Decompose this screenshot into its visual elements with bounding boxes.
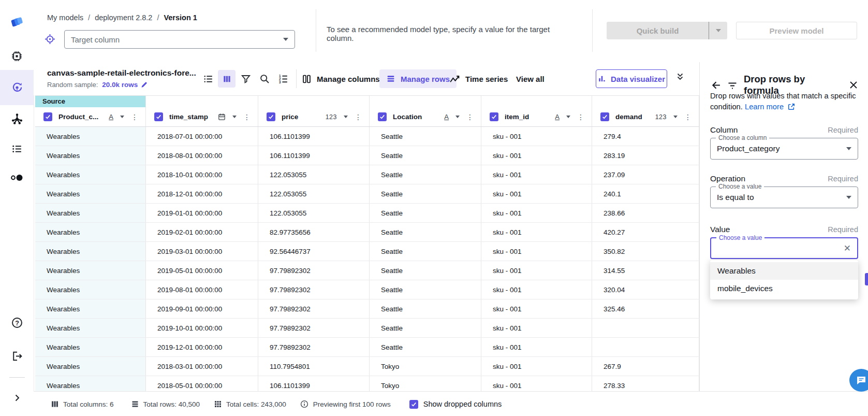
sidebar-item-compute[interactable] [0, 44, 34, 68]
table-cell: Wearables [35, 242, 146, 261]
column-header-price[interactable]: price 123⋮ [258, 107, 370, 126]
table-row: Wearables2019-08-01 00:00:0097.79892302S… [35, 280, 699, 299]
sidebar-item-logout[interactable] [0, 343, 34, 368]
chevron-down-icon [716, 29, 721, 32]
kebab-menu-icon[interactable]: ⋮ [684, 113, 692, 121]
manage-columns-button[interactable]: Manage columns [302, 71, 380, 87]
back-arrow-icon[interactable] [710, 80, 721, 91]
column-header-product-category[interactable]: Product_c... A⋮ [35, 107, 146, 126]
sample-size-link[interactable]: 20.0k rows [102, 81, 148, 89]
column-checkbox[interactable] [600, 112, 609, 121]
table-cell: 2019-05-01 00:00:00 [146, 261, 258, 280]
date-type-icon [218, 113, 226, 121]
footer-status-bar: Total columns: 6 Total rows: 40,500 Tota… [34, 391, 868, 416]
filter-button[interactable] [240, 73, 252, 84]
edit-pencil-icon [140, 81, 148, 89]
close-icon[interactable] [849, 80, 858, 90]
sidebar-item-help[interactable]: ? [0, 310, 34, 335]
kebab-menu-icon[interactable]: ⋮ [577, 113, 584, 121]
table-row: Wearables2019-10-01 00:00:0097.79892302S… [35, 319, 699, 338]
column-select[interactable]: Choose a column Product_category [710, 138, 858, 160]
breadcrumb-item[interactable]: My models [47, 13, 83, 22]
column-header-demand[interactable]: demand 123⋮ [592, 107, 699, 126]
column-checkbox[interactable] [490, 112, 498, 121]
table-cell: 97.79892302 [258, 338, 370, 356]
breadcrumb: My models/deployment 2.8.2/Version 1 [47, 13, 197, 22]
quick-build-button[interactable]: Quick build [607, 22, 727, 39]
sidebar: ? [0, 0, 34, 416]
sample-size-value: 20.0k rows [102, 81, 138, 89]
cells-grid-icon [214, 400, 222, 408]
ordered-list-button[interactable]: 123 [277, 73, 289, 84]
table-cell: Seattle [370, 261, 481, 280]
dropdown-option[interactable]: Wearables [710, 262, 858, 280]
chevron-down-icon[interactable] [566, 116, 570, 118]
table-cell: Seattle [370, 242, 481, 261]
data-visualizer-button[interactable]: Data visualizer [596, 69, 667, 88]
table-cell: 267.9 [592, 357, 699, 376]
clear-value-icon[interactable]: ✕ [844, 244, 851, 253]
text-type-icon: A [109, 113, 113, 121]
column-name: demand [615, 113, 642, 121]
view-all-label: View all [516, 75, 545, 83]
list-view-button[interactable] [202, 73, 214, 84]
column-header-item-id[interactable]: item_id A⋮ [481, 107, 592, 126]
table-cell: Seattle [370, 223, 481, 241]
chevron-down-icon[interactable] [673, 116, 678, 118]
table-cell: 2018-07-01 00:00:00 [146, 127, 258, 146]
chevron-down-icon[interactable] [232, 116, 237, 118]
chevron-down-icon[interactable] [455, 116, 460, 118]
column-checkbox[interactable] [378, 112, 387, 121]
list-icon [11, 143, 23, 155]
kebab-menu-icon[interactable]: ⋮ [355, 113, 362, 121]
sidebar-expand-button[interactable] [0, 385, 34, 410]
column-field-header: Column Required [710, 125, 858, 135]
strip-cell [258, 96, 370, 107]
table-cell: 97.79892302 [258, 280, 370, 299]
sidebar-item-deployments[interactable] [0, 165, 34, 190]
column-checkbox[interactable] [43, 112, 52, 121]
manage-columns-icon [302, 74, 312, 84]
breadcrumb-item[interactable]: deployment 2.8.2 [95, 13, 152, 22]
column-view-button-active[interactable] [218, 70, 236, 88]
table-cell: 2019-09-01 00:00:00 [146, 299, 258, 318]
quick-build-dropdown[interactable] [709, 22, 727, 39]
columns-grid-icon [51, 400, 58, 408]
column-header-time-stamp[interactable]: time_stamp ⋮ [146, 107, 258, 126]
manage-rows-button-active[interactable]: Manage rows [379, 69, 457, 88]
column-name: Location [393, 113, 422, 121]
collapse-toolbar-button[interactable] [675, 72, 685, 81]
column-checkbox[interactable] [267, 112, 275, 121]
table-cell: sku - 001 [481, 146, 592, 165]
sidebar-item-list[interactable] [0, 136, 34, 161]
search-button[interactable] [259, 73, 270, 84]
table-cell: Wearables [35, 338, 146, 356]
time-series-button[interactable]: Time series [449, 71, 508, 87]
manage-rows-icon [386, 74, 395, 83]
sidebar-item-models-active[interactable] [0, 70, 34, 105]
learn-more-link[interactable]: Learn more [745, 103, 795, 111]
value-input[interactable]: Choose a value ✕ [710, 237, 858, 259]
target-column-select[interactable]: Target column [64, 30, 295, 49]
view-all-button[interactable]: View all [516, 71, 545, 87]
kebab-menu-icon[interactable]: ⋮ [243, 113, 251, 121]
kebab-menu-icon[interactable]: ⋮ [466, 113, 474, 121]
column-checkbox[interactable] [154, 112, 163, 121]
chevron-down-icon[interactable] [120, 116, 124, 118]
show-dropped-checkbox[interactable] [409, 400, 418, 409]
kebab-menu-icon[interactable]: ⋮ [131, 113, 138, 121]
chevron-down-icon[interactable] [344, 116, 348, 118]
operation-select[interactable]: Choose a value Is equal to [710, 187, 858, 208]
value-dropdown: Wearablesmobile_devices [710, 260, 858, 299]
table-cell: 238.66 [592, 204, 699, 222]
dataset-name: canvas-sample-retail-electronics-fore... [47, 68, 196, 78]
dropdown-option[interactable]: mobile_devices [710, 280, 858, 297]
sidebar-item-automations[interactable] [0, 107, 34, 132]
table-cell: 2019-10-01 00:00:00 [146, 319, 258, 337]
help-icon: ? [11, 317, 23, 329]
table-row: Wearables2019-09-01 00:00:0097.79892302S… [35, 299, 699, 319]
preview-model-button[interactable]: Preview model [736, 22, 857, 39]
breadcrumb-item[interactable]: Version 1 [164, 13, 197, 22]
column-header-location[interactable]: Location A⋮ [370, 107, 481, 126]
table-cell: 314.55 [592, 261, 699, 280]
